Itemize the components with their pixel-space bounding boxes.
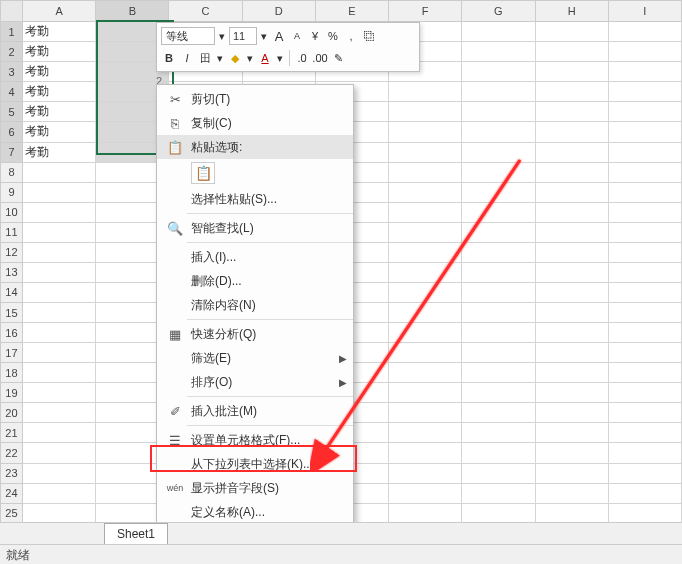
cell[interactable] bbox=[389, 443, 462, 463]
font-color-icon[interactable]: A bbox=[257, 48, 273, 68]
cell[interactable] bbox=[608, 323, 681, 343]
cell[interactable] bbox=[608, 242, 681, 262]
cell[interactable] bbox=[608, 443, 681, 463]
borders-icon[interactable]: 田 bbox=[197, 48, 213, 68]
menu-clear-contents[interactable]: 清除内容(N) bbox=[157, 293, 353, 317]
cell[interactable] bbox=[22, 182, 95, 202]
cell[interactable] bbox=[462, 162, 535, 182]
cell[interactable] bbox=[22, 222, 95, 242]
cell[interactable] bbox=[535, 142, 608, 162]
cell[interactable]: 考勤 bbox=[22, 62, 95, 82]
cell[interactable]: 考勤 bbox=[22, 102, 95, 122]
cell[interactable] bbox=[389, 242, 462, 262]
menu-show-pinyin[interactable]: wén 显示拼音字段(S) bbox=[157, 476, 353, 500]
menu-insert-comment[interactable]: ✐ 插入批注(M) bbox=[157, 399, 353, 423]
row-header[interactable]: 4 bbox=[1, 82, 23, 102]
cell[interactable] bbox=[608, 423, 681, 443]
cell[interactable] bbox=[535, 363, 608, 383]
row-header[interactable]: 10 bbox=[1, 202, 23, 222]
row-header[interactable]: 7 bbox=[1, 142, 23, 162]
menu-quick-analysis[interactable]: ▦ 快速分析(Q) bbox=[157, 322, 353, 346]
cell[interactable] bbox=[22, 383, 95, 403]
cell[interactable] bbox=[462, 242, 535, 262]
cell[interactable] bbox=[535, 403, 608, 423]
cell[interactable] bbox=[389, 463, 462, 483]
format-painter-icon[interactable]: ✎ bbox=[330, 48, 346, 68]
cell[interactable] bbox=[462, 423, 535, 443]
cell[interactable] bbox=[608, 503, 681, 523]
cell[interactable] bbox=[462, 122, 535, 142]
cell[interactable] bbox=[535, 483, 608, 503]
menu-filter[interactable]: 筛选(E) ▶ bbox=[157, 346, 353, 370]
row-header[interactable]: 6 bbox=[1, 122, 23, 142]
accounting-format-icon[interactable]: ¥ bbox=[307, 26, 323, 46]
row-header[interactable]: 21 bbox=[1, 423, 23, 443]
cell[interactable] bbox=[462, 22, 535, 42]
cell[interactable] bbox=[535, 343, 608, 363]
cell[interactable] bbox=[22, 323, 95, 343]
cell[interactable] bbox=[389, 142, 462, 162]
row-header[interactable]: 25 bbox=[1, 503, 23, 523]
comma-format-icon[interactable]: , bbox=[343, 26, 359, 46]
col-header-C[interactable]: C bbox=[169, 1, 242, 22]
cell[interactable] bbox=[22, 363, 95, 383]
bold-icon[interactable]: B bbox=[161, 48, 177, 68]
row-header[interactable]: 3 bbox=[1, 62, 23, 82]
cell[interactable] bbox=[535, 383, 608, 403]
fill-color-dropdown-icon[interactable]: ▾ bbox=[245, 48, 255, 68]
cell[interactable] bbox=[22, 262, 95, 282]
cell[interactable] bbox=[389, 403, 462, 423]
cell[interactable] bbox=[535, 423, 608, 443]
cell[interactable] bbox=[389, 383, 462, 403]
menu-format-cells[interactable]: ☰ 设置单元格格式(F)... bbox=[157, 428, 353, 452]
cell[interactable] bbox=[608, 222, 681, 242]
col-header-F[interactable]: F bbox=[389, 1, 462, 22]
cell[interactable] bbox=[389, 483, 462, 503]
cell[interactable] bbox=[608, 62, 681, 82]
increase-font-icon[interactable]: A bbox=[271, 26, 287, 46]
cell[interactable] bbox=[462, 383, 535, 403]
row-header[interactable]: 19 bbox=[1, 383, 23, 403]
cell[interactable]: 考勤 bbox=[22, 22, 95, 42]
font-name-box[interactable]: 等线 bbox=[161, 27, 215, 45]
cell[interactable] bbox=[462, 282, 535, 302]
cell[interactable] bbox=[462, 343, 535, 363]
row-header[interactable]: 23 bbox=[1, 463, 23, 483]
merge-cells-icon[interactable]: ⿻ bbox=[361, 26, 377, 46]
cell[interactable] bbox=[462, 463, 535, 483]
cell[interactable] bbox=[535, 102, 608, 122]
row-header[interactable]: 20 bbox=[1, 403, 23, 423]
cell[interactable] bbox=[462, 222, 535, 242]
cell[interactable]: 考勤 bbox=[22, 122, 95, 142]
cell[interactable] bbox=[22, 443, 95, 463]
cell[interactable] bbox=[535, 162, 608, 182]
cell[interactable] bbox=[462, 443, 535, 463]
cell[interactable] bbox=[462, 182, 535, 202]
cell[interactable] bbox=[608, 182, 681, 202]
cell[interactable] bbox=[535, 202, 608, 222]
cell[interactable] bbox=[462, 503, 535, 523]
menu-delete[interactable]: 删除(D)... bbox=[157, 269, 353, 293]
cell[interactable] bbox=[608, 122, 681, 142]
cell[interactable] bbox=[22, 202, 95, 222]
cell[interactable] bbox=[535, 22, 608, 42]
row-header[interactable]: 24 bbox=[1, 483, 23, 503]
col-header-I[interactable]: I bbox=[608, 1, 681, 22]
italic-icon[interactable]: I bbox=[179, 48, 195, 68]
font-size-box[interactable]: 11 bbox=[229, 27, 257, 45]
row-header[interactable]: 11 bbox=[1, 222, 23, 242]
menu-define-name[interactable]: 定义名称(A)... bbox=[157, 500, 353, 524]
menu-pick-from-list[interactable]: 从下拉列表中选择(K)... bbox=[157, 452, 353, 476]
cell[interactable] bbox=[535, 503, 608, 523]
cell[interactable] bbox=[462, 262, 535, 282]
menu-paste-special[interactable]: 选择性粘贴(S)... bbox=[157, 187, 353, 211]
cell[interactable] bbox=[608, 22, 681, 42]
cell[interactable] bbox=[535, 42, 608, 62]
row-header[interactable]: 13 bbox=[1, 262, 23, 282]
cell[interactable] bbox=[462, 82, 535, 102]
row-header[interactable]: 17 bbox=[1, 343, 23, 363]
cell[interactable] bbox=[462, 62, 535, 82]
cell[interactable] bbox=[462, 403, 535, 423]
cell[interactable] bbox=[608, 363, 681, 383]
col-header-E[interactable]: E bbox=[315, 1, 388, 22]
